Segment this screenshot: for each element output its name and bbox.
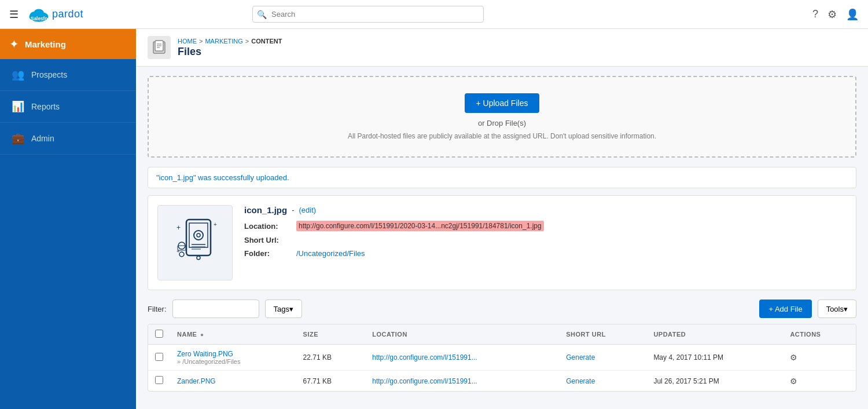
row-size-cell: 67.71 KB xyxy=(296,371,366,392)
row-name-link[interactable]: Zander.PNG xyxy=(177,377,216,385)
file-info: icon_1.jpg - (edit) Location: http://go.… xyxy=(244,205,847,262)
file-card: + + + icon_1.jpg - (edit) xyxy=(148,195,856,290)
row-checkbox[interactable] xyxy=(155,376,163,384)
short-url-label: Short Url: xyxy=(244,236,296,244)
breadcrumb-marketing[interactable]: MARKETING xyxy=(205,38,242,45)
row-subfolder: » /Uncategorized/Files xyxy=(177,358,289,365)
row-location-cell: http://go.configure.com/l/151991... xyxy=(365,371,559,392)
svg-text:Salesforce: Salesforce xyxy=(31,16,50,21)
svg-point-12 xyxy=(197,256,200,260)
tags-button[interactable]: Tags▾ xyxy=(265,300,302,318)
row-actions-button[interactable]: ⚙ xyxy=(790,377,797,386)
help-button[interactable]: ? xyxy=(812,8,818,20)
sidebar-item-reports[interactable]: 📊 Reports xyxy=(0,91,136,123)
admin-icon: 💼 xyxy=(12,132,24,145)
col-name: NAME ● xyxy=(170,324,296,345)
table-row: Zander.PNG 67.71 KB http://go.configure.… xyxy=(148,371,856,392)
row-name-cell: Zero Waiting.PNG » /Uncategorized/Files xyxy=(170,345,296,371)
sidebar-item-admin[interactable]: 💼 Admin xyxy=(0,123,136,155)
success-banner: "icon_1.jpg" was successfully uploaded. xyxy=(148,167,856,188)
drop-note: All Pardot-hosted files are publicly ava… xyxy=(160,132,844,140)
svg-text:+: + xyxy=(214,221,217,228)
upload-files-button[interactable]: + Upload Files xyxy=(465,93,540,113)
row-name-link[interactable]: Zero Waiting.PNG xyxy=(177,350,233,358)
col-location: LOCATION xyxy=(365,324,559,345)
col-short-url: SHORT URL xyxy=(559,324,646,345)
main-layout: ✦ Marketing 👥 Prospects 📊 Reports 💼 Admi… xyxy=(0,29,868,409)
table-row: Zero Waiting.PNG » /Uncategorized/Files … xyxy=(148,345,856,371)
folder-path-link[interactable]: /Uncategorized/Files xyxy=(296,249,365,258)
tags-btn-label: Tags▾ xyxy=(274,305,293,313)
row-generate-link[interactable]: Generate xyxy=(566,377,595,385)
row-checkbox-cell[interactable] xyxy=(148,371,170,392)
user-button[interactable]: 👤 xyxy=(846,8,859,21)
svg-text:+: + xyxy=(176,224,181,232)
select-all-checkbox[interactable] xyxy=(155,330,163,338)
row-checkbox-cell[interactable] xyxy=(148,345,170,371)
logo: Salesforce pardot xyxy=(28,6,83,23)
search-input[interactable] xyxy=(252,6,484,23)
breadcrumb: HOME > MARKETING > CONTENT xyxy=(178,38,282,45)
row-location-link[interactable]: http://go.configure.com/l/151991... xyxy=(372,377,477,385)
row-short-url-cell: Generate xyxy=(559,371,646,392)
page-icon xyxy=(148,36,171,59)
nav-actions: ? ⚙ 👤 xyxy=(812,8,859,21)
settings-button[interactable]: ⚙ xyxy=(827,8,837,21)
page-title: Files xyxy=(178,46,282,58)
svg-point-3 xyxy=(34,9,44,17)
sidebar-item-prospects[interactable]: 👥 Prospects xyxy=(0,59,136,91)
page-header: HOME > MARKETING > CONTENT Files xyxy=(136,29,868,67)
logo-pardot-text: pardot xyxy=(52,8,83,20)
svg-point-14 xyxy=(197,233,200,237)
row-actions-button[interactable]: ⚙ xyxy=(790,353,797,362)
file-preview-icon: + + + xyxy=(166,214,224,272)
reports-label: Reports xyxy=(31,102,60,111)
row-updated-cell: Jul 26, 2017 5:21 PM xyxy=(646,371,783,392)
prospects-label: Prospects xyxy=(31,70,67,79)
row-short-url-cell: Generate xyxy=(559,345,646,371)
filter-bar: Filter: Tags▾ + Add File Tools▾ xyxy=(148,300,856,318)
drop-text: or Drop File(s) xyxy=(160,119,844,127)
row-name-cell: Zander.PNG xyxy=(170,371,296,392)
location-label: Location: xyxy=(244,222,296,231)
tools-button[interactable]: Tools▾ xyxy=(818,300,856,318)
files-table: NAME ● SIZE LOCATION SHORT URL UPDATED A… xyxy=(148,324,856,392)
col-checkbox xyxy=(148,324,170,345)
file-folder-field: Folder: /Uncategorized/Files xyxy=(244,249,847,258)
hamburger-button[interactable]: ☰ xyxy=(9,8,19,21)
breadcrumb-area: HOME > MARKETING > CONTENT Files xyxy=(178,38,282,58)
salesforce-cloud-icon: Salesforce xyxy=(28,6,50,23)
breadcrumb-sep2: > xyxy=(245,38,249,45)
row-checkbox[interactable] xyxy=(155,353,163,361)
svg-rect-10 xyxy=(186,220,211,255)
file-location-field: Location: http://go.configure.com/l/1519… xyxy=(244,221,847,231)
file-shorturl-field: Short Url: xyxy=(244,236,847,244)
row-location-link[interactable]: http://go.configure.com/l/151991... xyxy=(372,353,477,361)
breadcrumb-content: CONTENT xyxy=(251,38,282,45)
name-sort-icon: ● xyxy=(200,331,204,338)
location-url[interactable]: http://go.configure.com/l/151991/2020-03… xyxy=(296,221,544,231)
col-size: SIZE xyxy=(296,324,366,345)
drop-zone[interactable]: + Upload Files or Drop File(s) All Pardo… xyxy=(148,76,856,158)
col-updated: UPDATED xyxy=(646,324,783,345)
row-location-cell: http://go.configure.com/l/151991... xyxy=(365,345,559,371)
file-dash: - xyxy=(292,206,294,214)
row-actions-cell: ⚙ xyxy=(783,371,856,392)
breadcrumb-sep1: > xyxy=(199,38,203,45)
file-edit-link[interactable]: (edit) xyxy=(299,206,317,214)
marketing-label: Marketing xyxy=(25,39,66,49)
row-generate-link[interactable]: Generate xyxy=(566,353,595,361)
add-file-button[interactable]: + Add File xyxy=(759,300,811,318)
file-thumbnail: + + + xyxy=(157,205,233,280)
search-bar: 🔍 xyxy=(252,6,484,23)
svg-rect-11 xyxy=(189,223,208,247)
svg-point-13 xyxy=(194,231,203,240)
sidebar-item-marketing[interactable]: ✦ Marketing xyxy=(0,29,136,59)
row-size-cell: 22.71 KB xyxy=(296,345,366,371)
tools-btn-label: Tools▾ xyxy=(826,305,848,313)
files-icon xyxy=(151,39,167,56)
top-nav: ☰ Salesforce pardot 🔍 ? ⚙ 👤 xyxy=(0,0,868,29)
filter-input[interactable] xyxy=(172,300,259,318)
admin-label: Admin xyxy=(31,134,54,143)
breadcrumb-home[interactable]: HOME xyxy=(178,38,197,45)
